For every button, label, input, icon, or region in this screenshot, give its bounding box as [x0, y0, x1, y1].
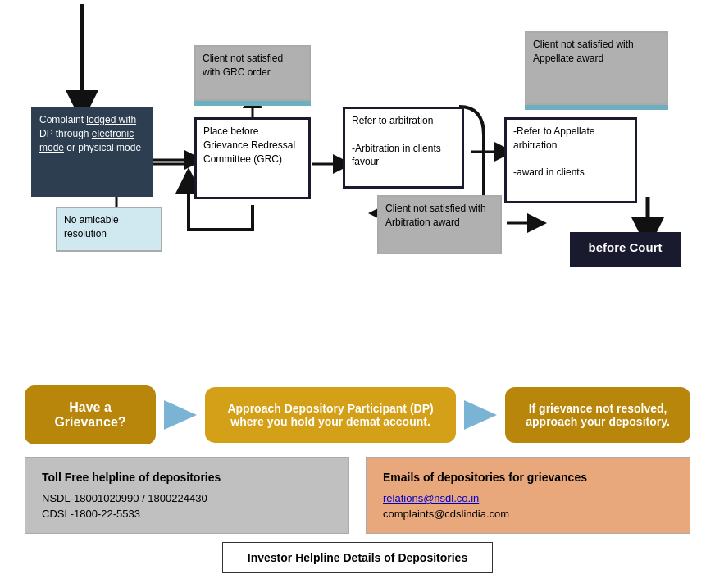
- complaint-text: Complaint lodged with DP through electro…: [39, 114, 141, 153]
- grc-text: Place before Grievance Redressal Committ…: [203, 125, 295, 165]
- refer-arbitration-box: Refer to arbitration -Arbitration in cli…: [343, 107, 464, 189]
- helpline-title: Toll Free helpline of depositories: [42, 471, 332, 484]
- arrow2: [464, 403, 497, 427]
- have-grievance-text: Have a Grievance?: [54, 400, 125, 429]
- if-not-resolved-text: If grievance not resolved, approach your…: [526, 402, 670, 428]
- appellate-accent-bar: [525, 105, 668, 110]
- nsdl-number: NSDL-18001020990 / 1800224430: [42, 492, 332, 504]
- footer-box: Investor Helpline Details of Depositorie…: [222, 542, 493, 573]
- grc-accent-bar: [194, 101, 311, 106]
- email1-link[interactable]: relations@nsdl.co.in: [383, 492, 479, 504]
- email2: complaints@cdslindia.com: [383, 508, 673, 520]
- arb-not-satisfied-text: Client not satisfied with Arbitration aw…: [385, 203, 486, 228]
- no-amicable-box: No amicable resolution: [56, 207, 162, 252]
- have-grievance-box: Have a Grievance?: [25, 385, 156, 444]
- diagram-area: Complaint lodged with DP through electro…: [0, 0, 715, 377]
- appellate-not-satisfied-box: Client not satisfied with Appellate awar…: [525, 31, 668, 105]
- appellate-box: -Refer to Appellate arbitration -award i…: [504, 117, 637, 203]
- footer-text: Investor Helpline Details of Depositorie…: [248, 551, 467, 564]
- arrow1: [164, 403, 197, 427]
- appellate-text: -Refer to Appellate arbitration -award i…: [513, 125, 594, 178]
- appellate-not-satisfied-text: Client not satisfied with Appellate awar…: [533, 39, 634, 64]
- grc-not-satisfied-text: Client not satisfied with GRC order: [203, 52, 283, 78]
- arb-not-satisfied-box: Client not satisfied with Arbitration aw…: [377, 195, 502, 254]
- before-court-box: before Court: [570, 232, 681, 267]
- approach-dp-box: Approach Depository Participant (DP) whe…: [205, 387, 456, 443]
- approach-dp-text: Approach Depository Participant (DP) whe…: [227, 402, 433, 428]
- refer-text: Refer to arbitration -Arbitration in cli…: [352, 115, 441, 167]
- complaint-box: Complaint lodged with DP through electro…: [31, 107, 153, 197]
- email1: relations@nsdl.co.in: [383, 492, 673, 504]
- grc-box: Place before Grievance Redressal Committ…: [194, 117, 311, 199]
- if-not-resolved-box: If grievance not resolved, approach your…: [505, 387, 690, 443]
- helpline-box: Toll Free helpline of depositories NSDL-…: [25, 457, 349, 534]
- helpline-row: Toll Free helpline of depositories NSDL-…: [25, 457, 690, 534]
- grievance-row: Have a Grievance? Approach Depository Pa…: [25, 385, 690, 444]
- email-title: Emails of depositories for grievances: [383, 471, 673, 484]
- bottom-section: Have a Grievance? Approach Depository Pa…: [0, 377, 715, 581]
- email-box: Emails of depositories for grievances re…: [366, 457, 690, 534]
- cdsl-number: CDSL-1800-22-5533: [42, 508, 332, 520]
- no-amicable-text: No amicable resolution: [64, 214, 119, 239]
- before-court-text: before Court: [589, 240, 663, 254]
- footer-center: Investor Helpline Details of Depositorie…: [25, 542, 690, 573]
- grc-not-satisfied-box: Client not satisfied with GRC order: [194, 45, 311, 101]
